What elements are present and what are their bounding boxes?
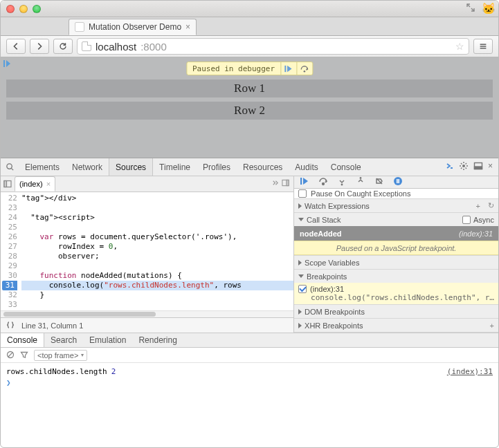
svg-rect-19: [397, 179, 398, 183]
close-window-button[interactable]: [6, 5, 15, 13]
expand-icon[interactable]: [465, 2, 476, 15]
dom-breakpoints-section: DOM Breakpoints: [294, 305, 498, 319]
close-file-tab-icon[interactable]: ×: [46, 180, 51, 188]
debugger-sidebar: Pause On Caught Exceptions Watch Express…: [294, 176, 498, 333]
breakpoint-label: (index):31: [310, 285, 344, 293]
tab-network[interactable]: Network: [66, 158, 109, 176]
chevron-right-icon: [298, 309, 302, 315]
resume-button[interactable]: [300, 176, 309, 188]
zoom-window-button[interactable]: [33, 5, 41, 13]
tab-sources[interactable]: Sources: [109, 158, 153, 176]
xhr-breakpoints-header[interactable]: XHR Breakpoints+: [294, 319, 498, 332]
console-output[interactable]: rows.childNodes.length 2 (index):31 ❯: [1, 363, 498, 391]
bookmark-star-icon[interactable]: ☆: [455, 41, 464, 52]
step-over-icon[interactable]: [297, 64, 312, 73]
page-icon: [82, 41, 91, 51]
log-text: rows.childNodes.length: [6, 367, 107, 376]
tab-audits[interactable]: Audits: [289, 158, 324, 176]
tab-timeline[interactable]: Timeline: [153, 158, 197, 176]
drawer-tab-emulation[interactable]: Emulation: [83, 333, 132, 347]
breakpoint-item[interactable]: (index):31 console.log("rows.childNodes.…: [294, 283, 498, 304]
frame-selector[interactable]: <top frame> ▾: [34, 350, 87, 361]
console-toolbar: <top frame> ▾: [1, 348, 498, 363]
browser-tab-strip: Mutation Observer Demo ×: [1, 17, 498, 36]
browser-tab[interactable]: Mutation Observer Demo ×: [69, 19, 197, 35]
log-value: 2: [111, 367, 116, 376]
window-titlebar: 🐱: [1, 1, 498, 17]
async-checkbox[interactable]: [462, 216, 471, 224]
reload-button[interactable]: [53, 39, 73, 54]
show-debugger-icon[interactable]: [282, 179, 289, 189]
page-viewport: Paused in debugger Row 1 Row 2: [1, 57, 498, 158]
page-row: Row 2: [6, 102, 493, 120]
step-over-button[interactable]: [318, 176, 328, 188]
forward-button[interactable]: [30, 39, 49, 54]
debugger-toolbar: [294, 176, 498, 189]
chevron-right-icon: [298, 323, 302, 328]
history-nav-icon[interactable]: [271, 179, 279, 189]
clear-console-icon[interactable]: [6, 351, 15, 360]
tab-title: Mutation Observer Demo: [89, 22, 181, 32]
devtools-tabs: Elements Network Sources Timeline Profil…: [1, 158, 498, 176]
pause-exceptions-button[interactable]: [393, 176, 403, 188]
pretty-print-icon[interactable]: [6, 321, 15, 330]
back-button[interactable]: [6, 39, 26, 54]
tab-profiles[interactable]: Profiles: [197, 158, 237, 176]
settings-icon[interactable]: [459, 161, 469, 173]
frame-name: nodeAdded: [300, 230, 342, 238]
pause-on-caught-row[interactable]: Pause On Caught Exceptions: [294, 189, 498, 199]
resume-icon[interactable]: [281, 64, 296, 73]
watch-header[interactable]: Watch Expressions+ ↻: [294, 199, 498, 212]
traffic-lights: [6, 5, 41, 13]
pause-on-caught-checkbox[interactable]: [298, 189, 307, 198]
step-out-button[interactable]: [356, 176, 365, 188]
show-navigator-icon[interactable]: [1, 180, 15, 188]
omnibox[interactable]: localhost:8000 ☆: [77, 38, 469, 55]
breakpoint-checkbox[interactable]: [298, 285, 307, 293]
close-tab-icon[interactable]: ×: [185, 22, 190, 32]
svg-point-17: [360, 177, 362, 179]
drawer-tab-search[interactable]: Search: [44, 333, 83, 347]
browser-toolbar: localhost:8000 ☆: [1, 36, 498, 57]
call-stack-frame[interactable]: nodeAdded (index):31: [294, 226, 498, 241]
scope-header[interactable]: Scope Variables: [294, 256, 498, 269]
resume-overlay-icon[interactable]: [3, 59, 11, 70]
chevron-down-icon: [298, 274, 304, 278]
console-log-row: rows.childNodes.length 2 (index):31: [6, 366, 493, 377]
console-prompt[interactable]: ❯: [6, 377, 493, 388]
code-lines: "tag"></div> "tag"><script> var rows = d…: [20, 192, 293, 310]
horizontal-scrollbar[interactable]: [1, 310, 293, 317]
deactivate-breakpoints-button[interactable]: [374, 176, 384, 188]
drawer-tab-rendering[interactable]: Rendering: [132, 333, 183, 347]
tab-elements[interactable]: Elements: [19, 158, 66, 176]
call-stack-header[interactable]: Call StackAsync: [294, 213, 498, 226]
line-gutter: 22232425262728293031323334353637: [1, 192, 20, 310]
paused-reason: Paused on a JavaScript breakpoint.: [294, 241, 498, 255]
dock-icon[interactable]: [473, 161, 483, 173]
log-location[interactable]: (index):31: [447, 367, 493, 376]
svg-rect-9: [474, 167, 482, 169]
tab-resources[interactable]: Resources: [237, 158, 289, 176]
breakpoints-header[interactable]: Breakpoints: [294, 270, 498, 283]
file-tab-index[interactable]: (index) ×: [15, 176, 55, 192]
inspect-icon[interactable]: [1, 162, 19, 171]
menu-button[interactable]: [473, 39, 493, 54]
pause-on-caught-label: Pause On Caught Exceptions: [311, 189, 410, 198]
refresh-watch-icon[interactable]: ↻: [488, 201, 494, 210]
toggle-drawer-icon[interactable]: [444, 161, 454, 173]
chevron-right-icon: [298, 260, 302, 265]
svg-rect-0: [480, 44, 487, 45]
frame-selector-label: <top frame>: [37, 351, 78, 360]
step-into-button[interactable]: [337, 176, 347, 188]
add-xhr-bp-icon[interactable]: +: [490, 321, 494, 330]
omnibox-path: :8000: [140, 41, 167, 53]
dom-breakpoints-header[interactable]: DOM Breakpoints: [294, 305, 498, 318]
tab-console[interactable]: Console: [325, 158, 368, 176]
close-devtools-icon[interactable]: ×: [488, 161, 493, 173]
add-watch-icon[interactable]: +: [476, 202, 480, 210]
filter-icon[interactable]: [20, 351, 28, 360]
code-editor[interactable]: 22232425262728293031323334353637 "tag"><…: [1, 192, 293, 310]
file-tabs: (index) ×: [1, 176, 293, 192]
drawer-tab-console[interactable]: Console: [1, 333, 44, 347]
minimize-window-button[interactable]: [19, 5, 28, 13]
